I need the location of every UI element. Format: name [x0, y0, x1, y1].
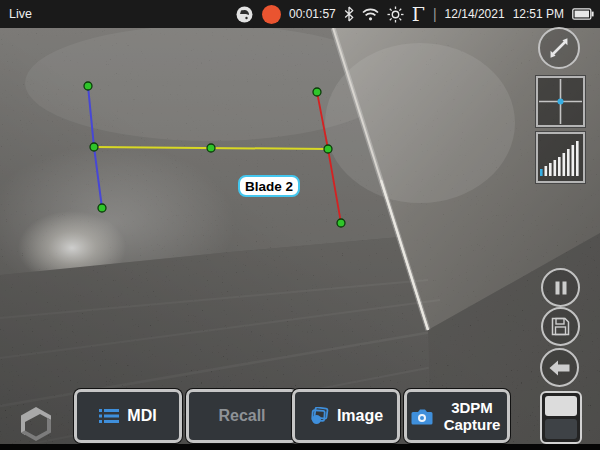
brightness-gain-button[interactable]: [536, 132, 585, 183]
brightness-icon: [387, 6, 404, 23]
time-display: 12:51 PM: [513, 7, 564, 21]
mdi-label: MDI: [127, 407, 156, 425]
gamma-correction-icon: Γ: [412, 5, 425, 24]
back-arrow-icon: [549, 360, 570, 376]
pause-icon: [553, 280, 569, 296]
live-indicator-label: Live: [6, 7, 32, 21]
fullscreen-expand-button[interactable]: [538, 27, 580, 69]
save-button[interactable]: [541, 307, 580, 346]
blade-annotation-label[interactable]: Blade 2: [238, 175, 300, 197]
back-button[interactable]: [540, 348, 579, 387]
pause-button[interactable]: [541, 268, 580, 307]
bottom-letterbox: [0, 444, 600, 450]
image-stack-icon: [309, 407, 329, 425]
3dpm-capture-softkey-button[interactable]: 3DPM Capture: [404, 389, 510, 443]
camera-icon: [411, 408, 433, 425]
recall-label: Recall: [218, 407, 265, 425]
mdi-softkey-button[interactable]: MDI: [74, 389, 182, 443]
wifi-icon: [362, 8, 379, 21]
date-display: 12/14/2021: [445, 7, 505, 21]
crosshair-icon: [539, 79, 582, 124]
image-label: Image: [337, 407, 383, 425]
3dpm-capture-label: 3DPM Capture: [441, 399, 503, 434]
status-bar: Live 00:01:57: [0, 0, 600, 28]
image-softkey-button[interactable]: Image: [292, 389, 400, 443]
recording-timer: 00:01:57: [289, 7, 336, 21]
softkey-page-toggle-button[interactable]: [540, 391, 582, 444]
recall-softkey-button[interactable]: Recall: [186, 389, 298, 443]
level-bars-icon: [539, 136, 582, 179]
status-separator: |: [433, 6, 437, 22]
borescope-screen: Blade 2 Live 00:01:57: [0, 0, 600, 450]
floppy-save-icon: [551, 317, 570, 336]
battery-icon: [572, 8, 594, 20]
toggle-top-half: [545, 396, 577, 416]
toggle-bottom-half: [545, 419, 577, 439]
borescope-image: [0, 28, 600, 444]
palette-icon: [235, 5, 254, 24]
steering-control-button[interactable]: [536, 76, 585, 127]
expand-arrows-icon: [547, 36, 571, 60]
bluetooth-icon: [344, 6, 354, 22]
record-indicator-icon: [262, 5, 281, 24]
mdi-list-icon: [99, 408, 119, 424]
waygate-logo: [15, 405, 57, 443]
